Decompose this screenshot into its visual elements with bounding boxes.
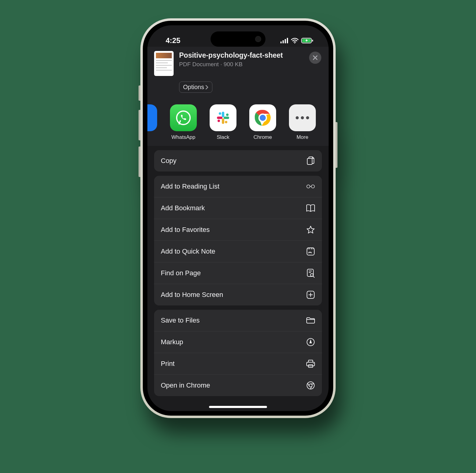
home-indicator[interactable] (209, 406, 267, 408)
action-label: Open in Chrome (161, 381, 210, 389)
action-markup[interactable]: Markup (154, 331, 322, 353)
dynamic-island (211, 31, 265, 47)
whatsapp-icon (170, 104, 197, 131)
cellular-icon (280, 38, 288, 43)
wifi-icon (291, 38, 299, 44)
action-find-on-page[interactable]: Find on Page (154, 262, 322, 284)
app-label: More (297, 134, 308, 140)
document-thumbnail[interactable] (154, 51, 174, 76)
svg-rect-2 (285, 39, 286, 43)
screen: 4:25 Positive-psych (147, 25, 329, 411)
app-label: WhatsApp (171, 134, 195, 140)
svg-point-16 (218, 120, 220, 122)
share-app-slack[interactable]: Slack (210, 104, 236, 140)
folder-icon (306, 316, 315, 325)
svg-point-34 (313, 363, 314, 364)
action-label: Find on Page (161, 269, 201, 277)
star-icon (306, 225, 315, 234)
action-label: Add Bookmark (161, 204, 205, 212)
svg-point-25 (311, 185, 315, 188)
svg-rect-12 (217, 117, 222, 119)
svg-point-22 (306, 116, 309, 119)
svg-point-8 (177, 111, 190, 125)
svg-point-21 (301, 116, 304, 119)
svg-rect-10 (224, 117, 229, 119)
action-add-quick-note[interactable]: Add to Quick Note (154, 240, 322, 262)
share-app-chrome[interactable]: Chrome (249, 104, 276, 140)
action-label: Add to Home Screen (161, 291, 223, 299)
share-app-facebook[interactable]: ok (147, 104, 157, 140)
action-label: Add to Favorites (161, 226, 210, 234)
options-label: Options (183, 84, 204, 91)
options-button[interactable]: Options (179, 81, 212, 93)
action-group-3: Save to Files Markup Print (154, 310, 322, 396)
action-add-bookmark[interactable]: Add Bookmark (154, 197, 322, 219)
more-icon (289, 104, 316, 131)
share-app-whatsapp[interactable]: WhatsApp (170, 104, 197, 140)
printer-icon (306, 359, 315, 368)
svg-rect-23 (307, 158, 312, 164)
svg-point-13 (219, 112, 221, 115)
close-icon (313, 55, 318, 60)
slack-icon (210, 104, 236, 131)
action-copy[interactable]: Copy (154, 150, 322, 172)
svg-rect-3 (287, 38, 288, 43)
action-open-chrome[interactable]: Open in Chrome (154, 374, 322, 396)
action-save-files[interactable]: Save to Files (154, 310, 322, 331)
action-group-2: Add to Reading List Add Bookmark Add to … (154, 176, 322, 305)
action-add-favorites[interactable]: Add to Favorites (154, 219, 322, 240)
action-label: Add to Quick Note (161, 247, 215, 255)
share-app-more[interactable]: More (289, 104, 316, 140)
close-button[interactable] (309, 52, 321, 64)
phone-frame: 4:25 Positive-psych (140, 18, 336, 418)
action-label: Copy (161, 157, 176, 165)
find-icon (306, 269, 315, 278)
plusapp-icon (306, 290, 315, 299)
svg-point-20 (296, 116, 299, 119)
svg-point-24 (307, 185, 310, 188)
action-print[interactable]: Print (154, 353, 322, 374)
action-add-home-screen[interactable]: Add to Home Screen (154, 284, 322, 305)
svg-point-4 (294, 42, 295, 43)
document-subtitle: PDF Document · 900 KB (179, 61, 310, 68)
svg-rect-31 (307, 362, 315, 366)
svg-rect-0 (280, 42, 282, 43)
glasses-icon (306, 182, 315, 191)
action-label: Add to Reading List (161, 182, 219, 190)
svg-point-15 (225, 121, 227, 123)
share-sheet-header: Positive-psychology-fact-sheet PDF Docum… (147, 47, 329, 146)
svg-rect-1 (283, 40, 284, 43)
action-group-1: Copy (154, 150, 322, 172)
battery-charging-icon (301, 38, 313, 44)
copy-icon (306, 156, 315, 165)
action-label: Print (161, 360, 175, 368)
facebook-icon (147, 104, 157, 131)
action-label: Markup (161, 338, 183, 346)
svg-rect-32 (308, 360, 313, 362)
chevron-right-icon (205, 85, 208, 89)
document-title: Positive-psychology-fact-sheet (179, 51, 310, 60)
svg-point-14 (226, 114, 229, 116)
svg-rect-9 (222, 112, 224, 117)
app-share-row[interactable]: ok WhatsApp (147, 98, 322, 146)
action-label: Save to Files (161, 316, 200, 324)
svg-rect-7 (312, 40, 313, 42)
chrome-outline-icon (306, 381, 315, 390)
app-label: Slack (217, 134, 229, 140)
chrome-icon (249, 104, 276, 131)
svg-point-28 (311, 274, 313, 276)
quicknote-icon (306, 247, 315, 256)
book-icon (306, 204, 315, 213)
svg-rect-11 (222, 118, 224, 124)
app-label: Chrome (254, 134, 272, 140)
markup-icon (306, 338, 315, 347)
action-add-reading-list[interactable]: Add to Reading List (154, 176, 322, 197)
status-time: 4:25 (166, 36, 180, 45)
